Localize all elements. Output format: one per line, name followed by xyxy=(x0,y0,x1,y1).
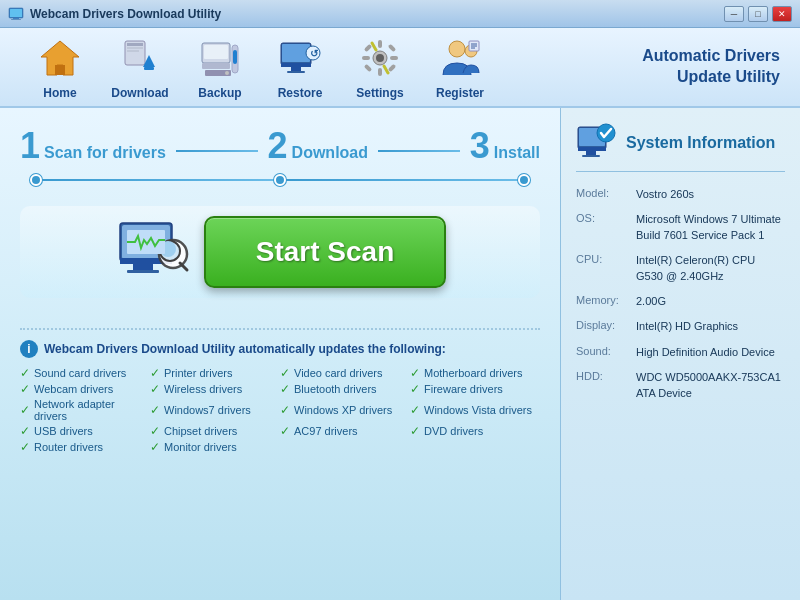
step-1-label: Scan for drivers xyxy=(44,144,166,162)
svg-rect-58 xyxy=(582,155,600,157)
check-icon: ✓ xyxy=(20,403,30,417)
driver-label: Sound card drivers xyxy=(34,367,126,379)
sys-info-row: OS:Microsoft Windows 7 Ultimate Build 76… xyxy=(576,212,785,243)
driver-label: Webcam drivers xyxy=(34,383,113,395)
svg-rect-3 xyxy=(11,19,21,20)
svg-rect-21 xyxy=(281,63,311,67)
driver-label: Windows7 drivers xyxy=(164,404,251,416)
info-section: i Webcam Drivers Download Utility automa… xyxy=(20,340,540,454)
svg-rect-31 xyxy=(390,56,398,60)
step-line-2 xyxy=(378,150,460,152)
driver-item: ✓USB drivers xyxy=(20,424,150,438)
driver-label: Network adapter drivers xyxy=(34,398,150,422)
restore-icon: ↺ xyxy=(276,34,324,82)
driver-item: ✓AC97 drivers xyxy=(280,424,410,438)
toolbar-backup-label: Backup xyxy=(198,86,241,100)
driver-label: Bluetooth drivers xyxy=(294,383,377,395)
svg-rect-28 xyxy=(378,40,382,48)
driver-item: ✓Motherboard drivers xyxy=(410,366,540,380)
step-2-num: 2 xyxy=(268,128,288,164)
info-icon: i xyxy=(20,340,38,358)
sys-info-label: Memory: xyxy=(576,294,636,309)
title-bar-controls: ─ □ ✕ xyxy=(724,6,792,22)
svg-rect-30 xyxy=(362,56,370,60)
svg-rect-56 xyxy=(578,147,606,151)
svg-rect-33 xyxy=(388,44,396,52)
check-icon: ✓ xyxy=(20,366,30,380)
sys-info-title: System Information xyxy=(626,134,775,152)
sys-info-row: CPU:Intel(R) Celeron(R) CPU G530 @ 2.40G… xyxy=(576,253,785,284)
minimize-button[interactable]: ─ xyxy=(724,6,744,22)
dot-1 xyxy=(30,174,42,186)
driver-label: Motherboard drivers xyxy=(424,367,522,379)
driver-item: ✓Wireless drivers xyxy=(150,382,280,396)
svg-rect-35 xyxy=(388,64,396,72)
svg-rect-7 xyxy=(127,43,143,46)
check-icon: ✓ xyxy=(150,424,160,438)
toolbar: Home Download B xyxy=(0,28,800,108)
sys-info-header: System Information xyxy=(576,123,785,172)
toolbar-register[interactable]: Register xyxy=(420,34,500,100)
register-icon xyxy=(436,34,484,82)
info-header: i Webcam Drivers Download Utility automa… xyxy=(20,340,540,358)
sys-info-row: Memory:2.00G xyxy=(576,294,785,309)
driver-label: Monitor drivers xyxy=(164,441,237,453)
step-2-label: Download xyxy=(292,144,368,162)
toolbar-settings-label: Settings xyxy=(356,86,403,100)
sys-info-value: Vostro 260s xyxy=(636,187,694,202)
svg-rect-29 xyxy=(378,68,382,76)
toolbar-backup[interactable]: Backup xyxy=(180,34,260,100)
svg-point-27 xyxy=(376,54,384,62)
driver-label: DVD drivers xyxy=(424,425,483,437)
driver-item: ✓Sound card drivers xyxy=(20,366,150,380)
step-1-num: 1 xyxy=(20,128,40,164)
dot-3 xyxy=(518,174,530,186)
title-bar-text: Webcam Drivers Download Utility xyxy=(30,7,724,21)
dot-2 xyxy=(274,174,286,186)
svg-rect-48 xyxy=(127,270,159,273)
svg-rect-5 xyxy=(55,65,65,75)
driver-label: Windows XP drivers xyxy=(294,404,392,416)
sys-info-label: Display: xyxy=(576,319,636,334)
check-icon: ✓ xyxy=(280,403,290,417)
check-icon: ✓ xyxy=(20,424,30,438)
driver-label: Chipset drivers xyxy=(164,425,237,437)
info-text: Webcam Drivers Download Utility automati… xyxy=(44,342,446,356)
start-scan-button[interactable]: Start Scan xyxy=(204,216,447,288)
close-button[interactable]: ✕ xyxy=(772,6,792,22)
right-panel: System Information Model:Vostro 260sOS:M… xyxy=(560,108,800,600)
driver-item: ✓Monitor drivers xyxy=(150,440,280,454)
driver-item: ✓Webcam drivers xyxy=(20,382,150,396)
sys-info-label: Model: xyxy=(576,187,636,202)
toolbar-download-label: Download xyxy=(111,86,168,100)
app-icon xyxy=(8,6,24,22)
svg-rect-1 xyxy=(10,9,22,17)
driver-item: ✓Windows Vista drivers xyxy=(410,398,540,422)
svg-rect-47 xyxy=(133,264,153,270)
sys-info-row: Display:Intel(R) HD Graphics xyxy=(576,319,785,334)
connector-2 xyxy=(286,179,518,181)
driver-item: ✓DVD drivers xyxy=(410,424,540,438)
svg-rect-18 xyxy=(233,50,237,64)
backup-icon xyxy=(196,34,244,82)
drivers-grid: ✓Sound card drivers✓Printer drivers✓Vide… xyxy=(20,366,540,454)
driver-item: ✓Network adapter drivers xyxy=(20,398,150,422)
toolbar-download[interactable]: Download xyxy=(100,34,180,100)
toolbar-restore[interactable]: ↺ Restore xyxy=(260,34,340,100)
svg-rect-34 xyxy=(364,64,372,72)
toolbar-settings[interactable]: Settings xyxy=(340,34,420,100)
maximize-button[interactable]: □ xyxy=(748,6,768,22)
driver-label: Printer drivers xyxy=(164,367,232,379)
svg-point-38 xyxy=(449,41,465,57)
check-icon: ✓ xyxy=(410,382,420,396)
toolbar-home[interactable]: Home xyxy=(20,34,100,100)
sys-info-value: Microsoft Windows 7 Ultimate Build 7601 … xyxy=(636,212,785,243)
title-bar: Webcam Drivers Download Utility ─ □ ✕ xyxy=(0,0,800,28)
svg-rect-11 xyxy=(144,67,154,70)
divider xyxy=(20,328,540,330)
svg-rect-14 xyxy=(204,45,228,59)
sys-info-icon xyxy=(576,123,616,163)
brand-line2: Update Utility xyxy=(642,67,780,88)
check-icon: ✓ xyxy=(150,382,160,396)
driver-item: ✓Bluetooth drivers xyxy=(280,382,410,396)
